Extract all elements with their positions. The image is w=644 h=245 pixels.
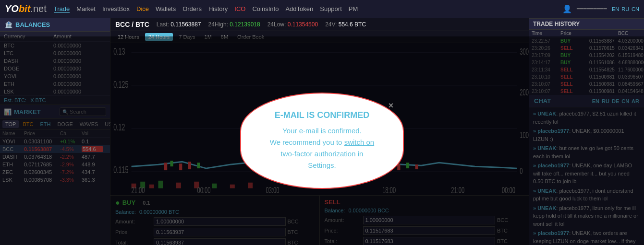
- nav-addtoken[interactable]: AddToken: [285, 5, 313, 12]
- nav-orders[interactable]: Orders: [182, 5, 202, 12]
- logo-net: .net: [30, 3, 46, 14]
- modal-switch-link[interactable]: switch on: [344, 138, 375, 146]
- lang-en[interactable]: EN: [612, 6, 619, 12]
- modal-overlay: × E-MAIL IS CONFIRMED Your e-mail is con…: [0, 36, 644, 245]
- top-nav: YObit.net Trade Market InvestBox Dice Wa…: [0, 0, 644, 18]
- nav-investbox[interactable]: InvestBox: [102, 5, 130, 12]
- nav-ico[interactable]: ICO: [234, 5, 245, 12]
- user-icon: 👤: [562, 4, 572, 13]
- chart-header: BCC / BTC Last: 0.11563887 24High: 0.121…: [110, 18, 529, 31]
- nav-links: Trade Market InvestBox Dice Wallets Orde…: [54, 5, 562, 13]
- lang-cn[interactable]: CN: [632, 6, 639, 12]
- modal-line1: Your e-mail is confirmed.: [282, 127, 362, 135]
- nav-wallets[interactable]: Wallets: [156, 5, 176, 12]
- modal-title: E-MAIL IS CONFIRMED: [270, 110, 374, 120]
- nav-coinsinfo[interactable]: CoinsInfo: [252, 5, 279, 12]
- logo-bit: bit: [19, 3, 30, 14]
- balances-header: 🏦 BALANCES: [0, 18, 110, 32]
- modal-box: × E-MAIL IS CONFIRMED Your e-mail is con…: [240, 93, 404, 189]
- logo-yo: YO: [5, 3, 19, 14]
- lang-ru[interactable]: RU: [621, 6, 629, 12]
- nav-support[interactable]: Support: [320, 5, 342, 12]
- username: ━━━━━━━━━: [577, 6, 607, 12]
- last-stat: Last: 0.11563887: [157, 21, 201, 28]
- modal-line3: two-factor authorization in: [281, 150, 364, 158]
- nav-history[interactable]: History: [208, 5, 228, 12]
- nav-pm[interactable]: PM: [349, 5, 358, 12]
- balances-title: BALANCES: [15, 21, 50, 28]
- nav-right: 👤 ━━━━━━━━━ EN RU CN: [562, 4, 639, 13]
- modal-line2: We recommend you to: [270, 138, 342, 146]
- modal-close-button[interactable]: ×: [389, 101, 394, 111]
- high-stat: 24High: 0.12139018: [208, 21, 260, 28]
- nav-trade[interactable]: Trade: [54, 5, 70, 13]
- nav-dice[interactable]: Dice: [136, 5, 149, 12]
- nav-market[interactable]: Market: [76, 5, 96, 12]
- vol-stat: 24V: 554.6 BTC: [325, 21, 366, 28]
- trade-history-header: TRADE HISTORY: [529, 19, 644, 30]
- balance-icon: 🏦: [5, 21, 12, 28]
- modal-body: Your e-mail is confirmed. We recommend y…: [270, 125, 374, 171]
- lang-switcher: EN RU CN: [612, 6, 639, 12]
- modal-line4: Settings.: [308, 161, 336, 169]
- low-stat: 24Low: 0.11354500: [267, 21, 318, 28]
- pair-title: BCC / BTC: [115, 21, 149, 28]
- logo[interactable]: YObit.net: [5, 3, 47, 14]
